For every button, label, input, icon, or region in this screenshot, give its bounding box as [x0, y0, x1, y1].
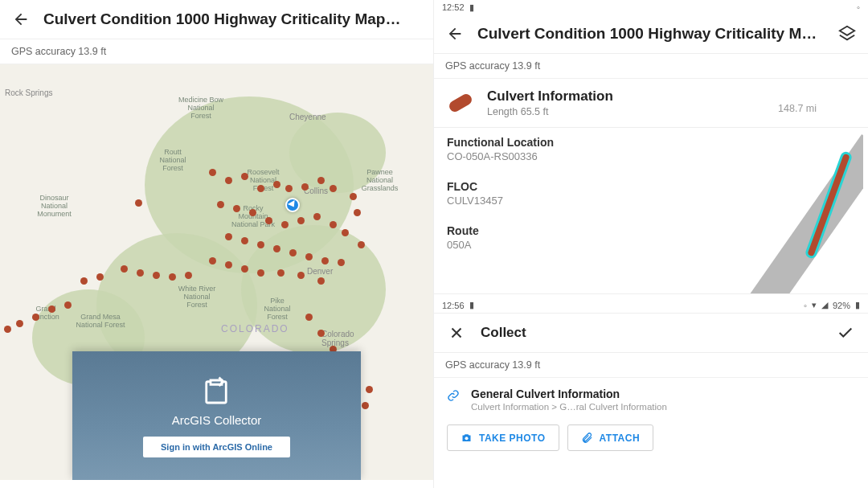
page-title: Culvert Condition 1000 Highway Criticali… [43, 10, 424, 28]
collect-feature-row[interactable]: General Culvert Information Culvert Info… [434, 378, 868, 421]
app-header-right: Culvert Condition 1000 Highway Criticali… [434, 14, 868, 54]
paperclip-icon [581, 432, 593, 444]
take-photo-button[interactable]: TAKE PHOTO [447, 424, 559, 451]
label-pike: Pike National Forest [257, 297, 297, 322]
feature-subtitle: Length 65.5 ft [487, 106, 613, 117]
feature-title: Culvert Information [487, 88, 613, 105]
map-canvas[interactable]: Rock Springs Cheyenne Denver Colorado Sp… [0, 64, 433, 480]
attr-value: 050A [447, 239, 682, 251]
close-icon [448, 324, 465, 342]
attribute-list: Functional Location CO-050A-RS00336 FLOC… [434, 128, 694, 293]
attr-value: CULV13457 [447, 195, 682, 207]
camera-icon [461, 432, 473, 444]
battery-icon: ▮ [855, 300, 860, 310]
attr-label: Route [447, 224, 682, 237]
label-white-river: White River National Forest [173, 285, 221, 310]
attr-value: CO-050A-RS00336 [447, 150, 682, 162]
city-rock-springs: Rock Springs [5, 88, 52, 97]
gps-accuracy: GPS accuracy 13.9 ft [434, 54, 868, 79]
arrow-left-icon [446, 25, 464, 43]
facebook-icon: ▮ [469, 2, 474, 13]
current-location-marker[interactable] [285, 198, 300, 212]
city-colorado-springs: Colorado Springs [321, 330, 370, 347]
link-icon [447, 389, 460, 405]
collect-title: Collect [481, 325, 526, 341]
collect-feature-path: Culvert Information > G…ral Culvert Info… [471, 402, 667, 412]
svg-point-0 [465, 437, 469, 440]
location-status-icon: ◦ [804, 301, 807, 310]
layers-button[interactable] [836, 23, 858, 45]
collector-logo: ArcGIS Collector [172, 375, 262, 427]
collect-feature-title: General Culvert Information [471, 388, 667, 400]
close-button[interactable] [445, 322, 468, 344]
status-time: 12:56 [442, 301, 465, 310]
back-button[interactable] [10, 8, 32, 31]
city-cheyenne: Cheyenne [289, 113, 326, 121]
status-time: 12:52 [442, 2, 465, 12]
login-overlay: ArcGIS Collector Sign in with ArcGIS Onl… [72, 351, 361, 480]
feature-mini-map[interactable] [694, 133, 863, 293]
gps-accuracy: GPS accuracy 13.9 ft [434, 353, 868, 378]
label-grand-junction: Grand Junction [26, 306, 66, 322]
attr-label: FLOC [447, 180, 682, 193]
product-name: ArcGIS Collector [172, 413, 262, 427]
collect-header: Collect [434, 313, 868, 353]
confirm-button[interactable] [834, 322, 857, 344]
gps-accuracy: GPS accuracy 13.9 ft [0, 39, 433, 64]
back-button[interactable] [444, 23, 466, 45]
feature-distance: 148.7 mi [778, 103, 857, 117]
arrow-left-icon [12, 10, 30, 28]
attr-floc: FLOC CULV13457 [434, 172, 694, 216]
label-medicine-bow: Medicine Bow National Forest [177, 96, 225, 121]
feature-header[interactable]: Culvert Information Length 65.5 ft 148.7… [434, 79, 868, 128]
clipboard-icon [199, 375, 233, 408]
app-header-left: Culvert Condition 1000 Highway Criticali… [0, 0, 433, 39]
action-row: TAKE PHOTO ATTACH [434, 421, 868, 457]
label-grand-mesa: Grand Mesa National Forest [72, 314, 129, 330]
signin-button[interactable]: Sign in with ArcGIS Online [143, 437, 290, 457]
culvert-symbol-icon [448, 92, 474, 113]
detail-screen: 12:52 ▮ ◦ Culvert Condition 1000 Highway… [434, 0, 868, 488]
button-label: TAKE PHOTO [479, 433, 546, 444]
location-status-icon: ◦ [857, 2, 860, 12]
label-pawnee: Pawnee National Grasslands [358, 169, 402, 193]
status-bar-top: 12:52 ▮ ◦ [434, 0, 868, 14]
button-label: ATTACH [600, 433, 641, 444]
page-title: Culvert Condition 1000 Highway Criticali… [477, 25, 825, 43]
map-screen: Culvert Condition 1000 Highway Criticali… [0, 0, 434, 488]
label-routt: Routt National Forest [153, 149, 193, 173]
city-denver: Denver [307, 267, 333, 276]
check-icon [837, 324, 854, 342]
layers-icon [838, 25, 856, 43]
attr-functional-location: Functional Location CO-050A-RS00336 [434, 128, 694, 172]
signal-icon: ◢ [821, 300, 828, 310]
attr-label: Functional Location [447, 136, 682, 149]
wifi-icon: ▾ [812, 300, 817, 310]
attr-route: Route 050A [434, 216, 694, 260]
facebook-icon: ▮ [469, 300, 474, 310]
state-label: COLORADO [221, 323, 289, 334]
status-bar-bottom: 12:56 ▮ ◦ ▾ ◢ 92% ▮ [434, 293, 868, 313]
battery-text: 92% [833, 301, 850, 310]
attach-button[interactable]: ATTACH [567, 424, 654, 451]
label-dinosaur: Dinosaur National Monument [32, 195, 76, 219]
